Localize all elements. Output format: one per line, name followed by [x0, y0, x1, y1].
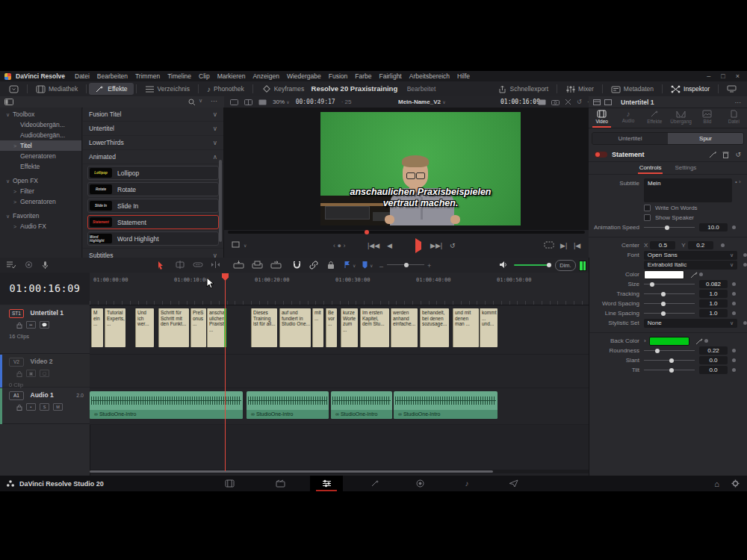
- next-edit-icon[interactable]: ▶|: [560, 241, 567, 250]
- keyframe-dot[interactable]: [732, 311, 736, 315]
- inspector-tab-audio[interactable]: ♪Audio: [615, 108, 641, 128]
- caption-bubble-icon[interactable]: 💬: [40, 321, 49, 329]
- arm-record-icon[interactable]: ▪: [26, 403, 36, 411]
- gang-mode-icon[interactable]: [538, 99, 546, 105]
- dim-button[interactable]: Dim.: [555, 260, 576, 271]
- trim-edit-mode-icon[interactable]: [175, 261, 185, 269]
- effect-item-word-highlight[interactable]: Word HighlightWord Highlight: [87, 231, 219, 246]
- viewer-zoom-select[interactable]: 30% ∨: [273, 99, 290, 105]
- dropdown-font[interactable]: Open Sans∨: [644, 251, 737, 260]
- menu-markieren[interactable]: Markieren: [214, 72, 249, 80]
- capture-icon[interactable]: [551, 99, 560, 105]
- menu-datei[interactable]: Datei: [71, 72, 93, 80]
- keyframe-dot[interactable]: [743, 253, 747, 257]
- slider-tracking[interactable]: [644, 293, 695, 294]
- panel-options-icon[interactable]: ···: [211, 97, 217, 105]
- chevron-down-icon[interactable]: ∨: [199, 98, 202, 104]
- sidebar-item-audio-berg-n-[interactable]: Audioübergän...: [0, 130, 81, 140]
- scope-spur-button[interactable]: Spur: [668, 133, 743, 144]
- page-color-button[interactable]: [403, 476, 436, 491]
- jog-control[interactable]: ‹ ● ›: [333, 241, 345, 250]
- y-value-field[interactable]: 0.2: [688, 241, 713, 249]
- lock-icon[interactable]: [16, 370, 22, 377]
- menu-clip[interactable]: Clip: [195, 72, 214, 80]
- category-untertitel[interactable]: Untertitel ∨: [83, 122, 223, 136]
- category-fusion-titel[interactable]: Fusion Titel ∨: [83, 108, 223, 122]
- slider-word-spacing[interactable]: [644, 303, 695, 304]
- effect-item-rotate[interactable]: RotateRotate: [87, 182, 219, 196]
- keyframe-dot[interactable]: [721, 243, 725, 247]
- subtitle-clip[interactable]: Tutorial Experts, ...: [105, 308, 125, 347]
- menu-fusion[interactable]: Fusion: [325, 72, 352, 80]
- timeline-view-options-icon[interactable]: [6, 261, 16, 269]
- inspector-tab-effekte[interactable]: Effekte: [642, 108, 668, 128]
- safe-area-icon[interactable]: [232, 241, 240, 248]
- subtitle-clip[interactable]: PreSonus ...: [190, 308, 206, 347]
- minimize-button[interactable]: –: [707, 72, 710, 80]
- effect-item-lollipop[interactable]: LollipopLollipop: [87, 166, 219, 180]
- step-forward-button[interactable]: ▶▶|: [430, 241, 442, 250]
- x-value-field[interactable]: 0.5: [650, 241, 675, 249]
- slider-tilt[interactable]: [644, 370, 695, 370]
- audio-clip[interactable]: ∞ StudioOne-Intro: [331, 391, 392, 419]
- checkbox-write-on-words[interactable]: [644, 205, 651, 211]
- settings-gear-icon[interactable]: [731, 479, 740, 488]
- subtitle-clip[interactable]: Schritt für Schritt mit den Funkt...: [158, 308, 189, 347]
- eyedropper-icon[interactable]: [690, 271, 698, 279]
- audio-meter-icon[interactable]: [579, 261, 586, 271]
- subtitle-clip[interactable]: Bevor ...: [326, 308, 337, 347]
- dropdown-extrabold-italic[interactable]: Extrabold Italic∨: [644, 261, 737, 270]
- single-viewer-icon[interactable]: [230, 99, 238, 105]
- sidebar-item-video-berg-n-[interactable]: Videoübergän...: [0, 119, 81, 130]
- slider-line-spacing[interactable]: [644, 313, 695, 314]
- page-edit-button[interactable]: [310, 476, 343, 491]
- maximize-button[interactable]: □: [721, 72, 725, 80]
- menu-fairlight[interactable]: Fairlight: [375, 72, 405, 80]
- subtitle-clip[interactable]: mit ...: [312, 308, 323, 347]
- subtitle-clip[interactable]: kommt... und...: [480, 308, 498, 347]
- audio-clip[interactable]: ∞ StudioOne-Intro: [247, 391, 329, 419]
- mute-button[interactable]: M: [53, 403, 63, 411]
- category-animated[interactable]: Animated ∧: [83, 150, 223, 164]
- color-swatch[interactable]: [644, 270, 684, 279]
- marker-icon[interactable]: [362, 261, 368, 269]
- scrubber-playhead[interactable]: [365, 230, 369, 234]
- sidebar-item-toolbox[interactable]: ∨Toolbox: [0, 109, 81, 119]
- keyframe-dot[interactable]: [732, 292, 736, 296]
- category-lowerthirds[interactable]: LowerThirds ∨: [83, 136, 223, 150]
- audio-volume-icon[interactable]: [499, 261, 508, 269]
- effect-item-statement[interactable]: StatementStatement: [87, 215, 219, 229]
- timeline-zoom-slider[interactable]: [387, 264, 424, 265]
- acid-icon[interactable]: [24, 261, 34, 269]
- go-to-start-button[interactable]: |◀◀: [368, 241, 379, 250]
- keyframe-dot[interactable]: [699, 273, 703, 276]
- viewer-scrubber[interactable]: [228, 231, 585, 234]
- page-fairlight-button[interactable]: ♪: [450, 476, 483, 491]
- subtitle-clip[interactable]: und mit denen man ...: [453, 308, 479, 347]
- page-deliver-button[interactable]: [497, 476, 530, 491]
- slider-size[interactable]: [644, 284, 695, 284]
- sidebar-item-generatoren[interactable]: Generatoren: [0, 151, 81, 161]
- audio-clip[interactable]: ∞ StudioOne-Intro: [394, 391, 498, 419]
- panel-toggle-icon[interactable]: [4, 99, 13, 105]
- sidebar-item-generatoren[interactable]: >Generatoren: [0, 196, 81, 207]
- timeline-name-select[interactable]: Mein-Name_V2 ∨: [398, 99, 446, 105]
- insert-clip-icon[interactable]: [233, 261, 244, 270]
- slider-roundness[interactable]: [644, 350, 695, 351]
- page-fusion-button[interactable]: [359, 476, 391, 491]
- track-color-icon[interactable]: ▢: [40, 370, 49, 377]
- subtitle-track-lane[interactable]: M ein ...Tutorial Experts, ...Und ich we…: [90, 306, 589, 355]
- scrollbar[interactable]: [219, 160, 222, 242]
- keyframe-dot[interactable]: [732, 302, 736, 305]
- keyframe-dot[interactable]: [732, 282, 736, 286]
- inspector-tab-übergang[interactable]: Übergang: [668, 108, 694, 128]
- track-header-a1[interactable]: A1 Audio 1 2.0 ▪ S M: [0, 388, 90, 424]
- reset-icon[interactable]: ↺: [735, 151, 741, 158]
- menu-farbe[interactable]: Farbe: [351, 72, 375, 80]
- eyedropper-icon[interactable]: [695, 337, 703, 345]
- enhanced-viewer-icon[interactable]: [258, 99, 267, 105]
- lock-icon[interactable]: [16, 322, 22, 329]
- color-swatch[interactable]: [649, 337, 689, 346]
- inspector-tab-video[interactable]: Video: [589, 108, 615, 128]
- sidebar-item-titel[interactable]: >Titel: [0, 140, 81, 151]
